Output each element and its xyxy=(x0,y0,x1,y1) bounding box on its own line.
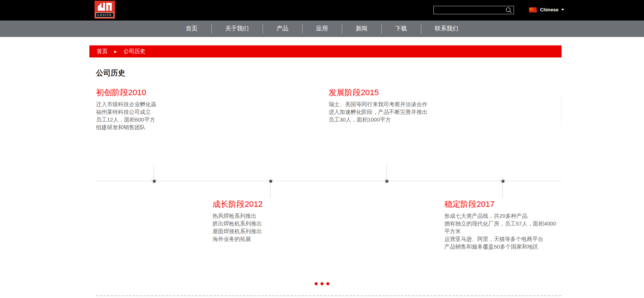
timeline-connector-next-partial xyxy=(561,96,562,126)
timeline-stage-2010: 初创阶段2010 迁入市级科技企业孵化器 福州莱特科技公司成立 员工12人，面积… xyxy=(96,87,156,131)
stage-2012-line: 挤出焊枪机系列推出 xyxy=(212,220,263,227)
stage-2010-line: 员工12人，面积600平方 xyxy=(96,116,156,123)
timeline-stage-2015: 发展阶段2015 瑞士、美国等同行来我司考察并洽谈合作 进入加速孵化阶段，产品不… xyxy=(329,87,428,123)
stage-2017-line: 平方米 xyxy=(444,227,556,235)
stage-2010-line: 组建研发和销售团队 xyxy=(96,123,156,131)
stage-title-2015: 发展阶段2015 xyxy=(329,87,428,98)
stage-title-2010: 初创阶段2010 xyxy=(96,87,156,98)
logo-mark-icon xyxy=(98,3,112,11)
nav-item-apps[interactable]: 应用 xyxy=(302,21,342,37)
stage-2015-line: 瑞士、美国等同行来我司考察并洽谈合作 xyxy=(329,100,428,108)
timeline-connector-2017 xyxy=(502,184,503,198)
bottom-dashed-divider xyxy=(96,295,561,296)
stage-2017-line: 产品销售和服务覆盖50多个国家和地区 xyxy=(444,243,556,250)
breadcrumb: 首页 ▶ 公司历史 xyxy=(89,45,562,57)
carousel-dot[interactable] xyxy=(321,282,323,285)
stage-title-2017: 稳定阶段2017 xyxy=(444,199,556,210)
stage-2012-line: 热风焊枪系列推出 xyxy=(212,212,263,220)
timeline-axis xyxy=(96,181,561,181)
nav-item-products[interactable]: 产品 xyxy=(263,21,302,37)
stage-title-2012: 成长阶段2012 xyxy=(212,199,263,210)
main-nav: 首页 关于我们 产品 应用 新闻 下载 联系我们 xyxy=(0,21,644,37)
stage-2010-line: 福州莱特科技公司成立 xyxy=(96,108,156,116)
nav-item-news[interactable]: 新闻 xyxy=(342,21,381,37)
carousel-dot[interactable] xyxy=(315,282,318,285)
timeline-marker-2010 xyxy=(151,178,156,183)
timeline-connector-2015 xyxy=(386,165,387,178)
china-flag-icon xyxy=(529,7,537,12)
timeline-connector-2012 xyxy=(270,184,271,198)
nav-item-download[interactable]: 下载 xyxy=(381,21,421,37)
header: LESITE Chinese xyxy=(0,0,644,21)
logo-brand-text: LESITE xyxy=(96,12,114,18)
breadcrumb-arrow-icon: ▶ xyxy=(114,50,117,53)
language-label: Chinese xyxy=(540,7,559,12)
search-input[interactable] xyxy=(434,6,505,14)
stage-2012-line: 海外业务的拓展 xyxy=(212,235,263,243)
breadcrumb-current: 公司历史 xyxy=(123,48,145,55)
nav-item-contact[interactable]: 联系我们 xyxy=(421,21,472,37)
timeline-marker-2017 xyxy=(500,178,505,183)
stage-2017-line: 形成七大类产品线，共20多种产品 xyxy=(444,212,556,220)
page: LESITE Chinese 首页 关于我们 xyxy=(0,0,644,298)
nav-item-home[interactable]: 首页 xyxy=(172,21,211,37)
stage-2017-line: 拥有独立的现代化厂房，员工57人，面积4000 xyxy=(444,220,556,227)
stage-2010-line: 迁入市级科技企业孵化器 xyxy=(96,100,156,108)
timeline-connector-2010 xyxy=(153,165,154,178)
page-title: 公司历史 xyxy=(96,68,125,78)
stage-2015-line: 员工30人，面积1000平方 xyxy=(329,116,428,123)
timeline-marker-2015 xyxy=(384,178,389,183)
stage-2017-line: 运营亚马逊、阿里，天猫等多个电商平台 xyxy=(444,235,556,243)
carousel-dots xyxy=(0,282,644,285)
breadcrumb-home-link[interactable]: 首页 xyxy=(97,48,108,55)
search-icon[interactable] xyxy=(505,7,512,14)
timeline-stage-2017: 稳定阶段2017 形成七大类产品线，共20多种产品 拥有独立的现代化厂房，员工5… xyxy=(444,199,556,250)
timeline-marker-2012 xyxy=(268,178,273,183)
search-box xyxy=(433,6,514,14)
nav-list: 首页 关于我们 产品 应用 新闻 下载 联系我们 xyxy=(0,21,644,37)
language-selector[interactable]: Chinese xyxy=(529,7,564,12)
timeline-stage-2012: 成长阶段2012 热风焊枪系列推出 挤出焊枪机系列推出 屋面焊接机系列推出 海外… xyxy=(212,199,263,243)
chevron-down-icon xyxy=(561,9,564,11)
stage-2012-line: 屋面焊接机系列推出 xyxy=(212,227,263,235)
carousel-dot[interactable] xyxy=(326,282,329,285)
logo[interactable]: LESITE xyxy=(95,1,115,19)
stage-2015-line: 进入加速孵化阶段，产品不断完善并推出 xyxy=(329,108,428,116)
nav-item-about[interactable]: 关于我们 xyxy=(211,21,263,37)
